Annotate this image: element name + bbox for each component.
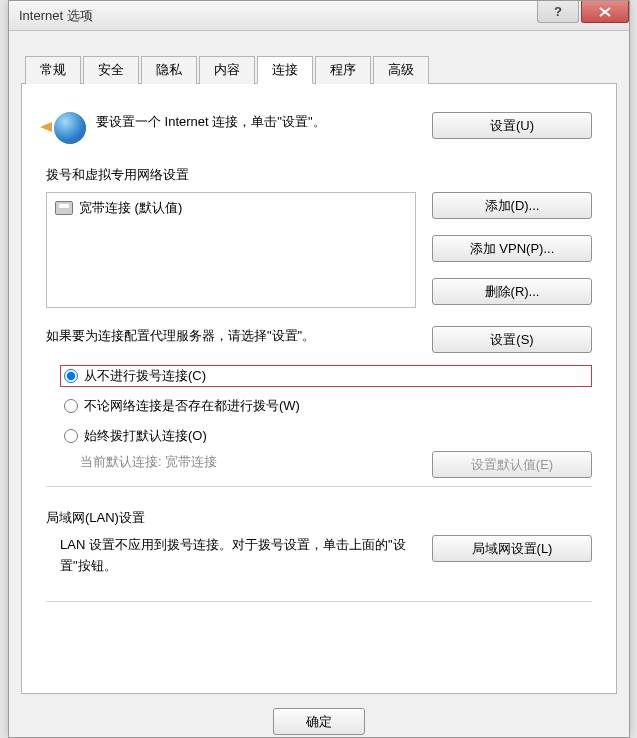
button-bar: 确定 — [21, 694, 617, 735]
set-default-button[interactable]: 设置默认值(E) — [432, 451, 592, 478]
divider — [46, 486, 592, 487]
connection-name: 宽带连接 (默认值) — [79, 199, 182, 217]
globe-icon — [54, 112, 86, 144]
close-button[interactable] — [581, 1, 629, 23]
radio-dial-whenever-input[interactable] — [64, 399, 78, 413]
tab-security[interactable]: 安全 — [83, 56, 139, 84]
settings-button[interactable]: 设置(S) — [432, 326, 592, 353]
tab-content[interactable]: 内容 — [199, 56, 255, 84]
proxy-text: 如果要为连接配置代理服务器，请选择"设置"。 — [46, 326, 422, 347]
setup-text: 要设置一个 Internet 连接，单击"设置"。 — [96, 112, 422, 133]
radio-always-dial-input[interactable] — [64, 429, 78, 443]
default-row: 当前默认连接: 宽带连接 设置默认值(E) — [46, 451, 592, 478]
add-button[interactable]: 添加(D)... — [432, 192, 592, 219]
tab-panel: 要设置一个 Internet 连接，单击"设置"。 设置(U) 拨号和虚拟专用网… — [21, 84, 617, 694]
radio-never-dial[interactable]: 从不进行拨号连接(C) — [60, 365, 592, 387]
current-default-text: 当前默认连接: 宽带连接 — [80, 453, 217, 471]
dial-section-label: 拨号和虚拟专用网络设置 — [46, 166, 592, 184]
remove-button[interactable]: 删除(R)... — [432, 278, 592, 305]
ok-button[interactable]: 确定 — [273, 708, 365, 735]
lan-row: LAN 设置不应用到拨号连接。对于拨号设置，单击上面的"设置"按钮。 局域网设置… — [46, 535, 592, 577]
radio-label: 始终拨打默认连接(O) — [84, 427, 207, 445]
title-bar: Internet 选项 ? — [9, 1, 629, 31]
proxy-row: 如果要为连接配置代理服务器，请选择"设置"。 设置(S) — [46, 326, 592, 353]
connection-icon — [55, 201, 73, 215]
radio-never-dial-input[interactable] — [64, 369, 78, 383]
dial-radio-group: 从不进行拨号连接(C) 不论网络连接是否存在都进行拨号(W) 始终拨打默认连接(… — [60, 365, 592, 447]
tab-connections[interactable]: 连接 — [257, 56, 313, 84]
tab-privacy[interactable]: 隐私 — [141, 56, 197, 84]
window-controls: ? — [537, 1, 629, 23]
tab-advanced[interactable]: 高级 — [373, 56, 429, 84]
radio-label: 从不进行拨号连接(C) — [84, 367, 206, 385]
tab-programs[interactable]: 程序 — [315, 56, 371, 84]
dialog-window: Internet 选项 ? 常规 安全 隐私 内容 连接 程序 高级 — [8, 0, 630, 738]
add-vpn-button[interactable]: 添加 VPN(P)... — [432, 235, 592, 262]
radio-always-dial[interactable]: 始终拨打默认连接(O) — [60, 425, 592, 447]
connections-listbox[interactable]: 宽带连接 (默认值) — [46, 192, 416, 308]
lan-settings-button[interactable]: 局域网设置(L) — [432, 535, 592, 562]
content-area: 常规 安全 隐私 内容 连接 程序 高级 要设置一个 Internet 连接，单… — [9, 31, 629, 735]
help-button[interactable]: ? — [537, 1, 579, 23]
list-item[interactable]: 宽带连接 (默认值) — [55, 199, 407, 217]
radio-label: 不论网络连接是否存在都进行拨号(W) — [84, 397, 300, 415]
connection-buttons: 添加(D)... 添加 VPN(P)... 删除(R)... — [432, 192, 592, 305]
tab-strip: 常规 安全 隐私 内容 连接 程序 高级 — [21, 55, 617, 84]
lan-section-label: 局域网(LAN)设置 — [46, 509, 592, 527]
window-title: Internet 选项 — [19, 7, 93, 25]
lan-text: LAN 设置不应用到拨号连接。对于拨号设置，单击上面的"设置"按钮。 — [60, 535, 422, 577]
divider — [46, 601, 592, 602]
setup-row: 要设置一个 Internet 连接，单击"设置"。 设置(U) — [46, 112, 592, 144]
radio-dial-whenever[interactable]: 不论网络连接是否存在都进行拨号(W) — [60, 395, 592, 417]
tab-general[interactable]: 常规 — [25, 56, 81, 84]
setup-button[interactable]: 设置(U) — [432, 112, 592, 139]
dial-row: 宽带连接 (默认值) 添加(D)... 添加 VPN(P)... 删除(R)..… — [46, 192, 592, 308]
